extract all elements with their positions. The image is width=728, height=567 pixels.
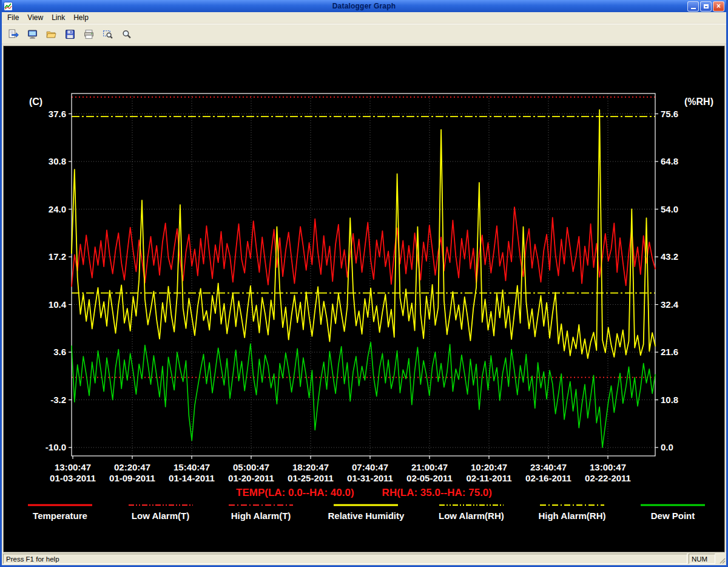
- save-button[interactable]: [62, 26, 78, 42]
- toolbar: [2, 24, 726, 44]
- x-axis-date-label: 02-11-2011: [466, 473, 511, 483]
- x-axis-time-label: 02:20:47: [114, 462, 150, 472]
- axis-labels: 37.630.824.017.210.43.6-3.2-10.075.664.8…: [46, 109, 679, 484]
- chart-canvas[interactable]: (C) (%RH) 37.630.824.017.210.43.6-3.2-10…: [4, 46, 726, 486]
- left-axis-tick-label: 30.8: [49, 156, 66, 166]
- legend-item-high-alarm-rh: High Alarm(RH): [538, 503, 605, 521]
- left-axis-tick-label: 10.4: [49, 299, 67, 310]
- close-button[interactable]: ×: [713, 1, 724, 12]
- x-axis-date-label: 01-20-2011: [228, 473, 274, 483]
- left-axis-tick-label: 3.6: [53, 347, 66, 357]
- status-message: Press F1 for help: [3, 554, 687, 564]
- legend-label: Low Alarm(RH): [439, 511, 504, 521]
- series-dew-point: [72, 342, 655, 447]
- zoom-window-button[interactable]: [99, 26, 116, 42]
- legend-line-relative-humidity: [332, 503, 399, 508]
- window-controls: ×: [687, 1, 724, 12]
- rh-alarm-label: RH(LA: 35.0--HA: 75.0): [382, 487, 492, 499]
- menu-bar: FileViewLinkHelp: [2, 12, 726, 24]
- zoom-button[interactable]: [118, 26, 135, 42]
- legend-label: Relative Humidity: [328, 511, 405, 521]
- x-axis-time-label: 21:00:47: [411, 462, 448, 472]
- realtime-display-button[interactable]: [24, 26, 41, 42]
- temp-alarm-label: TEMP(LA: 0.0--HA: 40.0): [236, 487, 354, 499]
- right-axis-tick-label: 10.8: [661, 395, 678, 405]
- x-axis-time-label: 07:40:47: [352, 462, 388, 472]
- left-axis-tick-label: -3.2: [50, 395, 66, 405]
- legend-item-temperature: Temperature: [27, 503, 93, 521]
- monitor-icon: [27, 29, 38, 39]
- right-axis-tick-label: 64.8: [661, 156, 678, 166]
- legend-item-dew-point: Dew Point: [639, 503, 706, 521]
- legend-label: High Alarm(RH): [538, 511, 605, 521]
- menu-item-view[interactable]: View: [23, 13, 47, 22]
- x-axis-date-label: 01-03-2011: [50, 473, 96, 483]
- x-axis-date-label: 01-09-2011: [109, 473, 155, 483]
- legend-line-high-alarm-rh: [539, 503, 605, 508]
- print-icon: [84, 29, 94, 39]
- download-data-button[interactable]: [5, 26, 22, 42]
- x-axis-time-label: 05:00:47: [233, 462, 269, 472]
- series-temperature: [72, 207, 655, 287]
- maximize-button[interactable]: [700, 1, 712, 12]
- download-data-icon: [8, 29, 19, 39]
- left-axis-tick-label: -10.0: [46, 442, 66, 452]
- num-lock-text: NUM: [692, 555, 707, 563]
- x-axis-time-label: 10:20:47: [471, 462, 507, 472]
- x-axis-date-label: 02-05-2011: [406, 473, 453, 483]
- open-button[interactable]: [43, 26, 59, 42]
- series-group: [72, 110, 655, 447]
- window-title: Datalogger Graph: [2, 2, 726, 10]
- open-folder-icon: [46, 29, 56, 39]
- left-axis-tick-label: 37.6: [49, 109, 66, 119]
- print-button[interactable]: [81, 26, 97, 42]
- x-axis-date-label: 02-22-2011: [585, 473, 631, 483]
- legend-label: Temperature: [33, 511, 87, 521]
- alarm-summary: TEMP(LA: 0.0--HA: 40.0) RH(LA: 35.0--HA:…: [4, 487, 724, 499]
- save-icon: [65, 29, 75, 39]
- legend-item-relative-humidity: Relative Humidity: [328, 503, 405, 521]
- legend-item-low-alarm-t: Low Alarm(T): [127, 503, 194, 521]
- legend-label: High Alarm(T): [231, 511, 291, 521]
- zoom-icon: [121, 29, 132, 39]
- menu-item-file[interactable]: File: [3, 13, 23, 22]
- right-axis-unit-label: (%RH): [684, 97, 713, 107]
- chart-area: (C) (%RH) 37.630.824.017.210.43.6-3.2-10…: [3, 46, 725, 552]
- right-axis-tick-label: 32.4: [661, 299, 679, 310]
- legend-line-dew-point: [639, 503, 706, 508]
- x-axis-date-label: 02-16-2011: [525, 473, 571, 483]
- x-axis-time-label: 23:40:47: [530, 462, 567, 472]
- left-axis-unit-label: (C): [29, 97, 42, 107]
- menu-item-link[interactable]: Link: [47, 13, 69, 22]
- left-axis-tick-label: 17.2: [49, 251, 66, 262]
- resize-grip-icon: [718, 556, 726, 564]
- legend-line-low-alarm-rh: [438, 503, 505, 508]
- right-axis-tick-label: 54.0: [661, 204, 678, 214]
- x-axis-time-label: 13:00:47: [590, 462, 626, 472]
- title-bar: Datalogger Graph ×: [2, 0, 726, 12]
- left-axis-tick-label: 24.0: [49, 204, 66, 214]
- legend-line-high-alarm-t: [228, 503, 294, 508]
- legend-line-temperature: [27, 503, 93, 508]
- legend-item-low-alarm-rh: Low Alarm(RH): [438, 503, 505, 521]
- close-icon: ×: [716, 2, 721, 10]
- x-axis-time-label: 13:00:47: [55, 462, 91, 472]
- x-axis-time-label: 18:20:47: [292, 462, 329, 472]
- status-message-text: Press F1 for help: [6, 555, 59, 563]
- minimize-button[interactable]: [687, 1, 699, 12]
- zoom-fit-icon: [103, 29, 113, 39]
- legend-item-high-alarm-t: High Alarm(T): [228, 503, 294, 521]
- legend: TemperatureLow Alarm(T)High Alarm(T)Rela…: [4, 503, 724, 521]
- x-axis-date-label: 01-31-2011: [347, 473, 393, 483]
- legend-line-low-alarm-t: [127, 503, 194, 508]
- resize-grip[interactable]: [716, 554, 726, 564]
- x-axis-time-label: 15:40:47: [174, 462, 210, 472]
- app-window: Datalogger Graph × FileViewLinkHelp: [0, 0, 728, 567]
- minimize-icon: [691, 8, 696, 9]
- right-axis-tick-label: 75.6: [661, 109, 678, 119]
- legend-label: Dew Point: [651, 511, 695, 521]
- right-axis-tick-label: 21.6: [661, 347, 678, 357]
- x-axis-date-label: 01-25-2011: [288, 473, 334, 483]
- legend-label: Low Alarm(T): [132, 511, 189, 521]
- menu-item-help[interactable]: Help: [69, 13, 93, 22]
